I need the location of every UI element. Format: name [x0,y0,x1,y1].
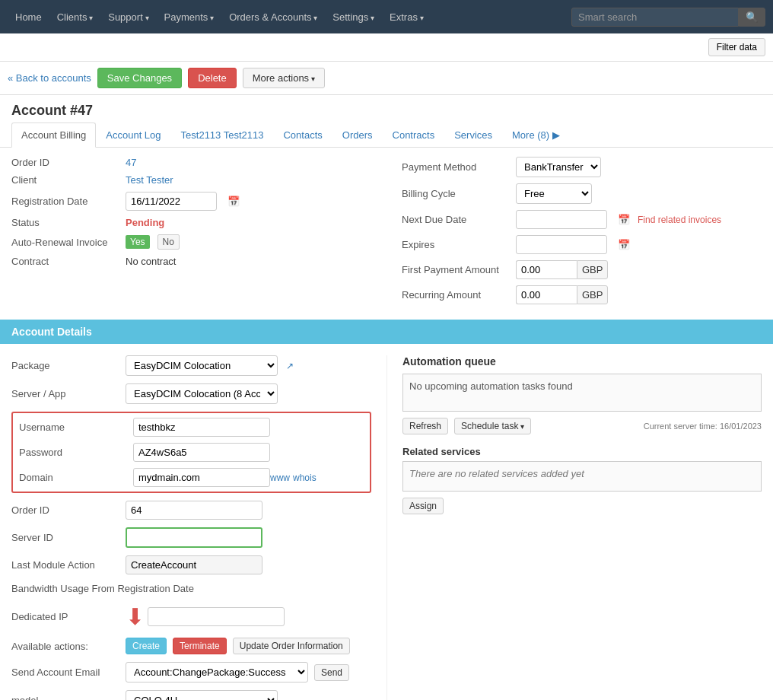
assign-button[interactable]: Assign [402,498,444,514]
recurring-row: Recurring Amount GBP [402,285,762,304]
expires-label: Expires [402,239,508,250]
tab-test2113[interactable]: Test2113 Test2113 [171,123,274,148]
account-details-section: Account Details Package EasyDCIM Colocat… [0,320,773,700]
recurring-input-group: GBP [516,285,608,304]
send-button[interactable]: Send [314,664,349,681]
client-value[interactable]: Test Tester [126,174,173,186]
more-actions-button[interactable]: More actions [243,68,325,88]
nav-support[interactable]: Support [100,2,156,32]
billing-cycle-select[interactable]: Free [516,183,592,204]
tab-contacts[interactable]: Contacts [273,123,332,148]
order-id-detail-label: Order ID [11,504,126,516]
recurring-label: Recurring Amount [402,289,508,301]
model-select[interactable]: COLO 4U [126,690,278,700]
server-time-text: Current server time: 16/01/2023 [644,422,762,431]
external-link-icon[interactable]: ↗ [286,361,294,371]
whois-link[interactable]: whois [293,473,317,483]
search-button[interactable]: 🔍 [739,8,765,27]
password-row: Password [19,443,364,462]
order-id-value[interactable]: 47 [126,157,136,168]
bandwidth-label: Bandwidth Usage From Registration Date [11,582,194,596]
auto-renewal-no-button[interactable]: No [157,234,180,250]
last-module-row: Last Module Action [11,555,371,574]
main-content: Account #47 Account Billing Account Log … [0,95,773,700]
reg-date-input[interactable] [126,192,217,211]
tab-orders[interactable]: Orders [332,123,383,148]
order-info-right: Payment Method BankTransfer Billing Cycl… [402,157,762,310]
calendar-icon[interactable]: 📅 [227,196,240,207]
terminate-button[interactable]: Terminate [173,638,227,654]
back-to-accounts-link[interactable]: « Back to accounts [8,72,91,84]
filter-data-button[interactable]: Filter data [708,38,765,56]
nav-support-dropdown[interactable]: Support [100,2,156,32]
expires-input[interactable] [516,235,607,254]
nav-payments[interactable]: Payments [157,2,222,32]
username-row: Username [19,418,364,437]
reg-date-label: Registration Date [11,196,118,207]
nav-settings-dropdown[interactable]: Settings [325,2,382,32]
automation-title: Automation queue [402,355,762,368]
first-payment-currency: GBP [577,260,608,279]
schedule-task-button[interactable]: Schedule task [454,418,531,434]
first-payment-row: First Payment Amount GBP [402,260,762,279]
package-select[interactable]: EasyDCIM Colocation [126,355,278,376]
page-title: Account #47 [0,95,773,119]
tab-account-billing[interactable]: Account Billing [11,123,96,148]
server-id-input[interactable] [126,527,262,548]
related-services-box: There are no related services added yet [402,461,762,492]
first-payment-input[interactable] [516,260,577,279]
nav-orders-accounts-dropdown[interactable]: Orders & Accounts [221,2,325,32]
payment-method-select[interactable]: BankTransfer [516,157,601,177]
contract-row: Contract No contract [11,256,371,267]
search-input[interactable] [571,8,739,27]
calendar-icon-3[interactable]: 📅 [618,239,630,250]
status-row: Status Pending [11,217,371,228]
password-input[interactable] [133,443,270,462]
credentials-group: Username Password Domain www whois [11,412,371,493]
server-id-label: Server ID [11,532,126,543]
auto-renewal-row: Auto-Renewal Invoice Yes No [11,234,371,250]
contract-label: Contract [11,256,118,267]
tab-more[interactable]: More (8) ▶ [502,123,570,148]
automation-queue-box: No upcoming automation tasks found [402,374,762,412]
server-app-select[interactable]: EasyDCIM Colocation (8 Acc... [126,383,278,404]
refresh-button[interactable]: Refresh [402,418,448,434]
first-payment-label: First Payment Amount [402,264,508,275]
next-due-date-input[interactable] [516,210,607,229]
domain-input[interactable] [133,468,270,487]
username-input[interactable] [133,418,270,437]
nav-home[interactable]: Home [8,2,49,32]
save-changes-button[interactable]: Save Changes [97,68,182,88]
nav-clients-dropdown[interactable]: Clients [49,2,101,32]
tab-contracts[interactable]: Contracts [383,123,445,148]
available-actions-label: Available actions: [11,641,126,652]
nav-extras-dropdown[interactable]: Extras [382,2,431,32]
billing-cycle-row: Billing Cycle Free [402,183,762,204]
next-due-date-row: Next Due Date 📅 Find related invoices [402,210,762,229]
delete-button[interactable]: Delete [188,68,237,88]
recurring-currency: GBP [577,285,608,304]
nav-orders-accounts[interactable]: Orders & Accounts [221,2,325,32]
www-link[interactable]: www [270,473,290,483]
recurring-input[interactable] [516,285,577,304]
package-label: Package [11,360,126,371]
order-id-detail-row: Order ID [11,501,371,520]
nav-settings[interactable]: Settings [325,2,382,32]
create-button[interactable]: Create [126,638,167,654]
update-order-button[interactable]: Update Order Information [233,638,350,654]
order-id-detail-input[interactable] [126,501,262,520]
find-invoices-link[interactable]: Find related invoices [638,215,721,225]
dedicated-ip-input[interactable] [148,607,285,626]
last-module-input[interactable] [126,555,262,574]
calendar-icon-2[interactable]: 📅 [618,214,630,225]
send-email-select[interactable]: Account:ChangePackage:Success [126,662,308,682]
tab-account-log[interactable]: Account Log [96,123,170,148]
nav-extras[interactable]: Extras [382,2,431,32]
next-due-date-label: Next Due Date [402,214,508,225]
auto-renewal-yes-button[interactable]: Yes [126,235,150,249]
section-body: Package EasyDCIM Colocation ↗ Server / A… [0,344,773,700]
nav-payments-dropdown[interactable]: Payments [157,2,222,32]
server-id-row: Server ID [11,527,371,548]
nav-clients[interactable]: Clients [49,2,101,32]
tab-services[interactable]: Services [444,123,502,148]
